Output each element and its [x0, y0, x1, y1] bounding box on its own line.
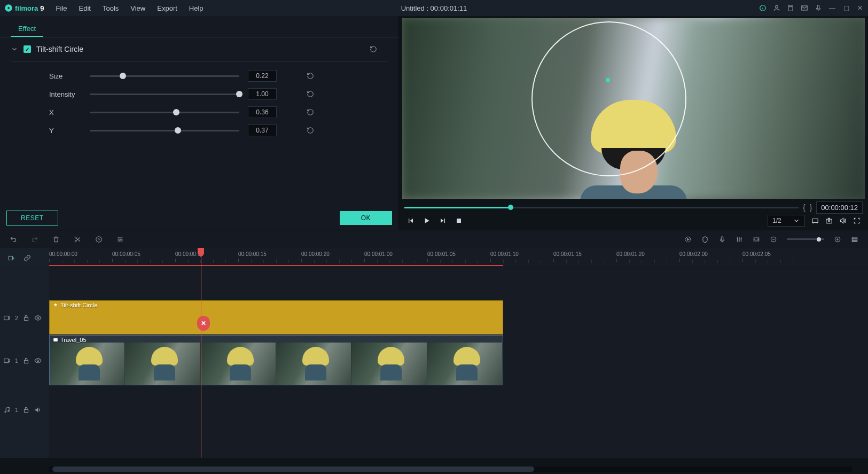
clip-marker-icon[interactable]: ✕	[197, 316, 210, 331]
slider-label: X	[49, 108, 81, 116]
minimize-button[interactable]: —	[828, 4, 836, 12]
prev-frame-icon[interactable]	[406, 216, 415, 225]
work-area-range[interactable]	[49, 265, 503, 266]
menu-help[interactable]: Help	[184, 2, 209, 14]
user-icon[interactable]	[773, 4, 780, 12]
split-icon[interactable]	[74, 236, 81, 243]
slider-thumb[interactable]	[236, 91, 243, 97]
save-icon[interactable]	[787, 4, 794, 12]
slider-value-input[interactable]: 0.36	[248, 106, 277, 118]
menu-export[interactable]: Export	[152, 2, 183, 14]
lock-icon[interactable]	[22, 314, 30, 322]
manage-tracks-icon[interactable]	[851, 236, 858, 243]
marker-icon[interactable]	[701, 236, 709, 243]
adjust-icon[interactable]	[116, 236, 124, 243]
eye-icon[interactable]	[34, 314, 42, 322]
mic-icon[interactable]	[815, 4, 822, 12]
info-icon[interactable]	[759, 4, 767, 12]
fullscreen-icon[interactable]	[853, 217, 861, 224]
preview-timecode[interactable]: 00:00:00:12	[816, 201, 863, 214]
volume-icon[interactable]	[839, 217, 847, 224]
menu-view[interactable]: View	[125, 2, 151, 14]
track-number: 1	[15, 358, 18, 364]
slider-value-input[interactable]: 0.22	[248, 70, 277, 82]
scrub-thumb[interactable]	[508, 205, 513, 210]
next-frame-icon[interactable]	[439, 216, 447, 225]
maximize-button[interactable]: ▢	[842, 4, 850, 12]
slider-reset-icon[interactable]	[307, 108, 314, 116]
tab-effect[interactable]: Effect	[11, 21, 43, 37]
render-icon[interactable]	[684, 236, 692, 243]
ruler-tick: 00:00:01:20	[616, 251, 645, 257]
slider-reset-icon[interactable]	[307, 127, 314, 134]
menu-edit[interactable]: Edit	[74, 2, 96, 14]
menu-items: File Edit Tools View Export Help	[51, 2, 209, 14]
zoom-in-icon[interactable]	[834, 236, 841, 243]
slider-thumb[interactable]	[175, 127, 181, 134]
redo-icon[interactable]	[31, 236, 38, 243]
add-track-icon[interactable]	[7, 254, 15, 262]
menu-file[interactable]: File	[51, 2, 73, 14]
ok-button[interactable]: OK	[340, 211, 392, 225]
menu-tools[interactable]: Tools	[97, 2, 124, 14]
link-icon[interactable]	[24, 254, 31, 262]
lock-icon[interactable]	[22, 406, 30, 414]
slider-value-input[interactable]: 0.37	[248, 125, 277, 136]
slider-reset-icon[interactable]	[307, 90, 314, 98]
mixer-icon[interactable]	[736, 236, 743, 243]
chevron-down-icon[interactable]	[11, 45, 18, 53]
slider-track[interactable]	[90, 94, 239, 95]
mail-icon[interactable]	[801, 4, 808, 12]
slider-track[interactable]	[90, 112, 239, 113]
slider-track[interactable]	[90, 75, 239, 77]
slider-reset-icon[interactable]	[307, 72, 314, 80]
close-button[interactable]: ✕	[856, 4, 864, 12]
tilt-shift-circle[interactable]	[531, 21, 686, 176]
mark-in-icon[interactable]: {	[803, 203, 806, 212]
logo-suffix: 9	[40, 4, 44, 12]
svg-point-26	[37, 360, 39, 362]
timeline-zoom-slider[interactable]	[787, 238, 824, 240]
slider-track[interactable]	[90, 130, 239, 131]
video-track-icon	[3, 357, 11, 364]
video-clip[interactable]: Travel_05	[49, 335, 503, 385]
quality-icon[interactable]	[811, 217, 819, 224]
timeline-ruler[interactable]: 00:00:00:0000:00:00:0500:00:00:1000:00:0…	[49, 248, 868, 268]
video-track-icon	[3, 314, 11, 322]
menubar: filmora9 File Edit Tools View Export Hel…	[0, 0, 868, 16]
track-header-top	[0, 248, 49, 268]
zoom-fit-icon[interactable]	[753, 236, 760, 243]
effect-enable-checkbox[interactable]	[24, 45, 31, 53]
slider-thumb[interactable]	[120, 73, 126, 79]
speaker-icon[interactable]	[34, 406, 42, 414]
mark-out-icon[interactable]: }	[810, 203, 812, 212]
eye-icon[interactable]	[34, 357, 42, 364]
timeline-body[interactable]: 00:00:00:0000:00:00:0500:00:00:1000:00:0…	[49, 248, 868, 458]
effect-clip[interactable]: Tilt-shift Circle ✕	[49, 300, 503, 335]
svg-point-8	[828, 220, 830, 222]
zoom-out-icon[interactable]	[770, 236, 777, 243]
preview-video[interactable]	[402, 18, 865, 199]
voiceover-icon[interactable]	[718, 236, 726, 243]
snapshot-icon[interactable]	[825, 217, 833, 224]
delete-icon[interactable]	[52, 236, 60, 243]
slider-value-input[interactable]: 1.00	[248, 88, 277, 100]
svg-point-9	[75, 237, 76, 238]
speed-icon[interactable]	[95, 236, 103, 243]
reset-button[interactable]: RESET	[6, 211, 58, 226]
video-clip-icon	[53, 337, 58, 343]
lock-icon[interactable]	[22, 357, 30, 364]
playhead[interactable]	[201, 248, 201, 458]
slider-thumb[interactable]	[173, 109, 179, 115]
circle-center-handle[interactable]	[606, 78, 610, 82]
svg-rect-25	[25, 360, 28, 363]
timeline-h-scrollbar[interactable]	[49, 467, 852, 472]
svg-rect-4	[817, 5, 819, 9]
preview-zoom-select[interactable]: 1/2	[768, 215, 805, 227]
undo-icon[interactable]	[10, 236, 17, 243]
scrub-track[interactable]	[404, 207, 799, 208]
logo-icon	[4, 4, 13, 12]
stop-icon[interactable]	[455, 216, 463, 225]
play-icon[interactable]	[423, 216, 431, 225]
reset-all-icon[interactable]	[370, 45, 377, 53]
